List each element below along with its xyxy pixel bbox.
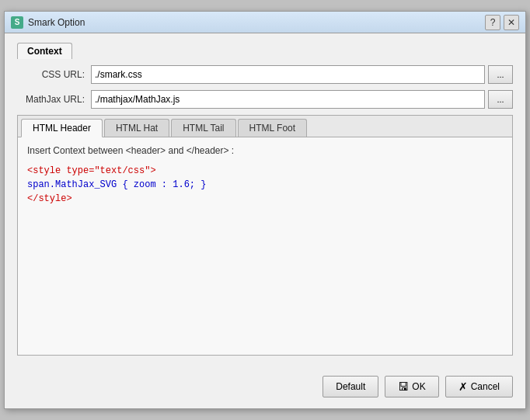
html-tab-panel: HTML Header HTML Hat HTML Tail HTML Foot… xyxy=(17,115,513,356)
css-browse-button[interactable]: ... xyxy=(488,65,513,84)
mathjax-url-input[interactable] xyxy=(91,90,485,109)
default-label: Default xyxy=(336,381,365,392)
dialog-content: Context CSS URL: ... MathJax URL: ... HT… xyxy=(5,33,525,368)
tab-html-header[interactable]: HTML Header xyxy=(21,119,103,137)
help-button[interactable]: ? xyxy=(485,15,500,30)
cancel-icon: ✗ xyxy=(459,380,468,393)
default-button[interactable]: Default xyxy=(323,376,378,397)
code-line-1: <style type="text/css"> xyxy=(27,164,503,178)
html-tab-buttons: HTML Header HTML Hat HTML Tail HTML Foot xyxy=(18,116,512,137)
cancel-button[interactable]: ✗ Cancel xyxy=(445,376,513,397)
tab-description: Insert Context between <header> and </he… xyxy=(27,145,503,156)
tab-html-header-content: Insert Context between <header> and </he… xyxy=(18,137,512,355)
code-line-3: </style> xyxy=(27,192,503,206)
code-line-2: span.MathJax_SVG { zoom : 1.6; } xyxy=(27,178,503,192)
ok-button[interactable]: 🖫 OK xyxy=(385,376,438,397)
mathjax-url-label: MathJax URL: xyxy=(17,94,91,105)
css-url-label: CSS URL: xyxy=(17,69,91,80)
cancel-label: Cancel xyxy=(471,381,500,392)
css-url-row: CSS URL: ... xyxy=(17,65,513,84)
code-area: <style type="text/css"> span.MathJax_SVG… xyxy=(27,164,503,206)
tab-html-hat[interactable]: HTML Hat xyxy=(104,119,169,137)
mathjax-url-row: MathJax URL: ... xyxy=(17,90,513,109)
main-window: S Smark Option ? ✕ Context CSS URL: ... … xyxy=(4,11,526,409)
titlebar-buttons: ? ✕ xyxy=(485,15,519,30)
tab-context[interactable]: Context xyxy=(17,43,72,59)
ok-label: OK xyxy=(412,381,425,392)
css-url-input[interactable] xyxy=(91,65,485,84)
titlebar: S Smark Option ? ✕ xyxy=(5,12,525,33)
app-icon: S xyxy=(11,16,23,29)
dialog-footer: Default 🖫 OK ✗ Cancel xyxy=(5,368,525,408)
tab-html-foot[interactable]: HTML Foot xyxy=(238,119,308,137)
mathjax-browse-button[interactable]: ... xyxy=(488,90,513,109)
ok-icon: 🖫 xyxy=(398,380,409,393)
top-tab-strip: Context xyxy=(17,43,513,59)
close-button[interactable]: ✕ xyxy=(504,15,519,30)
window-title: Smark Option xyxy=(28,17,485,28)
tab-html-tail[interactable]: HTML Tail xyxy=(171,119,235,137)
